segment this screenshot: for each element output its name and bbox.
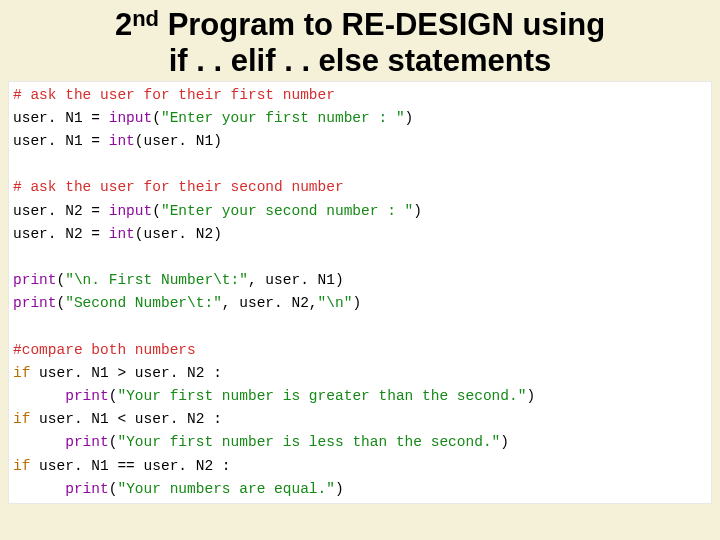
title-rest1: Program to RE-DESIGN using <box>159 7 605 42</box>
code-string: "Your first number is greater than the s… <box>117 388 526 404</box>
slide-title: 2nd Program to RE-DESIGN using if . . el… <box>0 0 720 81</box>
code-string: "Enter your first number : " <box>161 110 405 126</box>
code-paren: ( <box>152 203 161 219</box>
code-builtin: print <box>13 295 57 311</box>
code-builtin: int <box>109 133 135 149</box>
code-paren: (user. N1) <box>135 133 222 149</box>
code-text: user. N1 = <box>13 133 109 149</box>
code-comment: # ask the user for their first number <box>13 87 335 103</box>
code-text: , user. N1) <box>248 272 344 288</box>
code-string: "\n. First Number\t:" <box>65 272 248 288</box>
code-paren: ) <box>352 295 361 311</box>
code-comment: #compare both numbers <box>13 342 196 358</box>
code-string: "Enter your second number : " <box>161 203 413 219</box>
code-paren: (user. N2) <box>135 226 222 242</box>
code-builtin: input <box>109 203 153 219</box>
code-builtin: print <box>13 272 57 288</box>
code-text: user. N2 = <box>13 203 109 219</box>
code-paren: ( <box>57 272 66 288</box>
code-keyword: if <box>13 411 30 427</box>
title-pre: 2 <box>115 7 132 42</box>
title-line2: if . . elif . . else statements <box>169 43 551 78</box>
code-builtin: print <box>65 388 109 404</box>
code-builtin: print <box>65 434 109 450</box>
code-keyword: if <box>13 458 30 474</box>
code-text: , user. N2, <box>222 295 318 311</box>
code-keyword: if <box>13 365 30 381</box>
code-string: "\n" <box>318 295 353 311</box>
code-paren: ) <box>413 203 422 219</box>
code-paren: ( <box>152 110 161 126</box>
code-text: user. N1 = <box>13 110 109 126</box>
code-comment: # ask the user for their second number <box>13 179 344 195</box>
code-text: user. N2 = <box>13 226 109 242</box>
code-paren: ) <box>500 434 509 450</box>
code-text: user. N1 > user. N2 : <box>30 365 221 381</box>
code-string: "Second Number\t:" <box>65 295 222 311</box>
code-paren: ) <box>405 110 414 126</box>
code-builtin: input <box>109 110 153 126</box>
code-builtin: print <box>65 481 109 497</box>
code-text: user. N1 == user. N2 : <box>30 458 230 474</box>
code-paren: ( <box>57 295 66 311</box>
code-string: "Your numbers are equal." <box>117 481 335 497</box>
title-sup: nd <box>132 6 159 31</box>
code-paren: ) <box>526 388 535 404</box>
code-paren: ) <box>335 481 344 497</box>
code-block: # ask the user for their first number us… <box>8 81 712 504</box>
code-text: user. N1 < user. N2 : <box>30 411 221 427</box>
code-builtin: int <box>109 226 135 242</box>
code-string: "Your first number is less than the seco… <box>117 434 500 450</box>
